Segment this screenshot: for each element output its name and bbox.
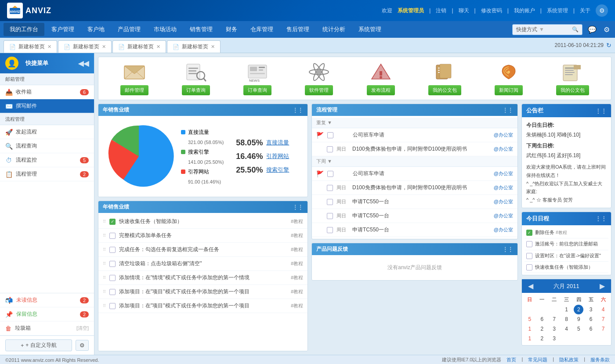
tab-1[interactable]: 📄 新建标签页 ✕ <box>4 40 57 53</box>
task-tag-7[interactable]: #教程 <box>291 303 303 309</box>
nav-after-sales[interactable]: 售后管理 <box>280 23 315 36</box>
sidebar-item-process-mgmt[interactable]: 📋 流程管理 2 <box>0 167 94 181</box>
sched-check-1[interactable]: ✓ <box>526 230 532 236</box>
process-office-3[interactable]: @办公室 <box>494 170 513 177</box>
tab-2[interactable]: 📄 新建标签页 ✕ <box>58 40 112 53</box>
task-check-6[interactable] <box>109 289 116 295</box>
task-check-2[interactable] <box>109 233 116 239</box>
task-item-2[interactable]: ⠿ 完整模式添加单条任务 #教程 <box>98 229 308 243</box>
task-drag-4[interactable]: ⠿ <box>103 261 106 266</box>
shortcut-order-query2-btn[interactable]: 订单查询 <box>243 85 271 95</box>
process-repeat-1[interactable]: 🚩 公司班车申请 @办公室 <box>312 128 517 142</box>
sidebar-item-unread[interactable]: 📬 未读信息 2 <box>0 293 94 307</box>
schedule-item-2[interactable]: 激活账号：前往您的注册邮箱 <box>525 238 608 250</box>
schedule-drag[interactable]: ⋮⋮ <box>595 215 607 222</box>
stat-refer-link[interactable]: 引荐网站 <box>266 152 289 160</box>
stat-direct-link[interactable]: 直接流量 <box>266 139 289 147</box>
process-office-2[interactable]: @办公室 <box>494 146 513 152</box>
footer-faq-link[interactable]: 常见问题 <box>528 357 547 363</box>
process-check-2[interactable] <box>327 146 333 152</box>
sidebar-item-saved[interactable]: 📌 保留信息 2 <box>0 307 94 321</box>
sidebar-toggle-btn[interactable]: ◀◀ <box>78 59 89 68</box>
sidebar-item-compose[interactable]: ✉️ 撰写邮件 <box>0 99 94 113</box>
shortcut-publish-btn[interactable]: 发布流程 <box>367 85 395 95</box>
schedule-item-4[interactable]: 快速收集任务（智能添加） <box>525 262 608 273</box>
shortcut-publish-flow[interactable]: 发布流程 <box>367 61 395 95</box>
sched-check-3[interactable] <box>526 253 532 259</box>
nav-product-mgmt[interactable]: 产品管理 <box>112 23 147 36</box>
cal-day-11[interactable]: 7 <box>597 314 609 324</box>
process-next-5[interactable]: 周日 申请TC550一台 @办公室 <box>312 223 517 237</box>
process-check-3[interactable] <box>327 171 333 177</box>
task-item-3[interactable]: ⠿ 完成任务：勾选任务前复选框完成一条任务 #教程 <box>98 243 308 257</box>
process-office-1[interactable]: @办公室 <box>494 132 513 138</box>
cal-day-7[interactable]: 7 <box>548 314 561 324</box>
shortcut-docs-btn[interactable]: 我的公文包 <box>428 85 461 95</box>
quick-search-box[interactable]: 快捷方式 ▼ 🔍 <box>512 24 582 35</box>
process-repeat-2[interactable]: 周日 D100免费体验包申请，同时附带D100使用说明书 @办公室 <box>312 142 517 156</box>
cal-day-21[interactable]: 3 <box>548 334 561 343</box>
task-drag-1[interactable]: ⠿ <box>103 219 106 224</box>
sched-check-2[interactable] <box>526 241 532 247</box>
shortcut-my-docs[interactable]: 我的公文包 <box>428 61 461 95</box>
my-account-link[interactable]: 我的账户 <box>514 7 535 14</box>
tab-3[interactable]: 📄 新建标签页 ✕ <box>112 40 166 53</box>
nav-sys-mgmt[interactable]: 系统管理 <box>352 23 387 36</box>
cal-day-19[interactable]: 1 <box>524 334 536 343</box>
task-tag-2[interactable]: #教程 <box>291 232 303 239</box>
schedule-item-3[interactable]: 设置时区：在"设置->偏好设置" <box>525 250 608 262</box>
process-next-3[interactable]: 周日 申请TC550一台 @办公室 <box>312 195 517 209</box>
process-office-6[interactable]: @办公室 <box>494 213 513 219</box>
shortcut-docs2-btn[interactable]: 我的公文包 <box>556 85 589 95</box>
cal-day-13[interactable]: 2 <box>536 324 548 334</box>
process-check-1[interactable] <box>327 132 333 138</box>
task-item-4[interactable]: ⠿ 清空垃圾箱：点击垃圾箱右侧"清空" #教程 <box>98 257 308 271</box>
sidebar-item-process-monitor[interactable]: ⏱ 流程监控 5 <box>0 153 94 167</box>
shortcut-news-btn[interactable]: 新闻订阅 <box>495 85 523 95</box>
task-drag-3[interactable]: ⠿ <box>103 247 106 252</box>
cal-day-18[interactable]: 7 <box>597 324 609 334</box>
cal-day-20[interactable]: 2 <box>536 334 548 343</box>
nav-settings-icon[interactable]: ⚙ <box>602 24 611 36</box>
process-check-6[interactable] <box>327 213 333 219</box>
logout-link[interactable]: 注销 <box>436 7 446 14</box>
cal-day-14[interactable]: 3 <box>548 324 561 334</box>
task-check-1[interactable]: ✓ <box>109 219 116 225</box>
task-tag-5[interactable]: #教程 <box>291 274 303 281</box>
task-drag-6[interactable]: ⠿ <box>103 289 106 294</box>
shortcut-software-mgmt[interactable]: 软件管理 <box>305 61 333 95</box>
task-drag-2[interactable]: ⠿ <box>103 233 106 238</box>
tab-4-close[interactable]: ✕ <box>211 44 215 50</box>
sidebar-item-trash[interactable]: 🗑 垃圾箱 [清空] <box>0 321 94 335</box>
settings-circle-btn[interactable]: ⚙ <box>596 4 608 17</box>
task-check-3[interactable] <box>109 247 116 253</box>
task-tag-6[interactable]: #教程 <box>291 288 303 295</box>
cal-day-3[interactable]: 3 <box>585 305 597 314</box>
refresh-icon[interactable]: ↻ <box>606 42 611 49</box>
sidebar-settings-btn[interactable]: ⚙ <box>76 340 89 351</box>
task-item-5[interactable]: ⠿ 添加情境：在"情境"模式下或任务中添加您的第一个情境 #教程 <box>98 271 308 285</box>
process-check-7[interactable] <box>327 227 333 233</box>
cal-day-9[interactable]: 9 <box>572 314 585 324</box>
task-tag-4[interactable]: #教程 <box>291 260 303 267</box>
shortcut-my-docs2[interactable]: 我的公文包 <box>556 61 589 95</box>
stat-search-link[interactable]: 搜索引擎 <box>266 166 289 174</box>
sidebar-item-process-query[interactable]: 🔍 流程查询 <box>0 139 94 153</box>
shortcut-software-btn[interactable]: 软件管理 <box>305 85 333 95</box>
process-next-1[interactable]: 🚩 公司班车申请 @办公室 <box>312 167 517 181</box>
process-office-4[interactable]: @办公室 <box>494 184 513 191</box>
process-check-4[interactable] <box>327 185 333 191</box>
nav-warehouse[interactable]: 仓库管理 <box>244 23 279 36</box>
footer-home-link[interactable]: 首页 <box>506 357 516 363</box>
shortcut-order-query2[interactable]: NEWS 订单查询 <box>243 61 271 95</box>
feedback-drag[interactable]: ⋮⋮ <box>503 246 513 252</box>
nav-finance[interactable]: 财务 <box>220 23 243 36</box>
sidebar-item-inbox[interactable]: 📥 收件箱 6 <box>0 85 94 99</box>
process-office-5[interactable]: @办公室 <box>494 198 513 205</box>
cal-prev-btn[interactable]: ◀ <box>526 282 535 290</box>
cal-day-1[interactable]: 1 <box>561 305 573 314</box>
process-drag[interactable]: ⋮⋮ <box>503 107 513 113</box>
cal-day-6[interactable]: 6 <box>536 314 548 324</box>
process-next-4[interactable]: 周日 申请TC550一台 @办公室 <box>312 209 517 223</box>
trash-clear-btn[interactable]: [清空] <box>76 325 89 332</box>
